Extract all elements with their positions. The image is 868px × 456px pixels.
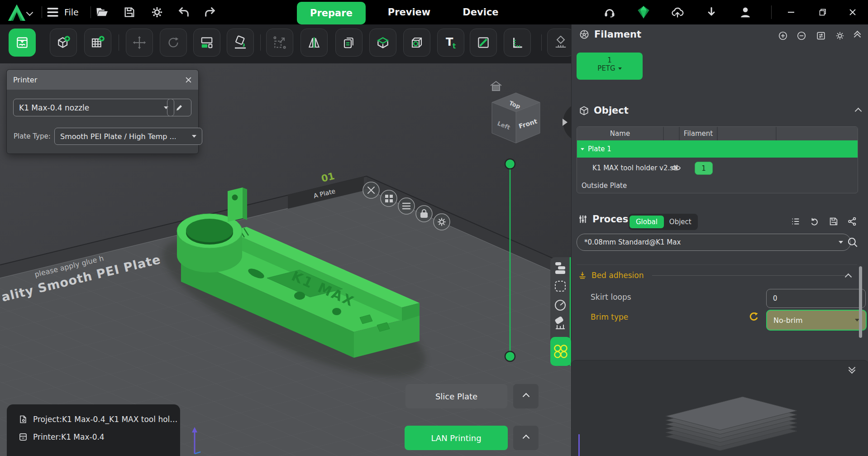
add-filament-icon[interactable]	[778, 31, 788, 41]
column-header-extra2[interactable]	[777, 127, 858, 140]
text-tool-icon: T t	[443, 35, 458, 50]
window-restore-button[interactable]	[814, 0, 832, 24]
plate-type-label: Plate Type:	[14, 132, 51, 140]
share-profile-icon[interactable]	[847, 216, 858, 226]
parameters-scrollbar[interactable]	[859, 266, 862, 338]
rotate-tool-button[interactable]	[160, 29, 187, 57]
plate-list-button[interactable]	[398, 198, 415, 214]
window-close-button[interactable]	[844, 0, 862, 24]
save-icon[interactable]	[123, 6, 136, 19]
plate-type-dropdown[interactable]: Smooth PEI Plate / High Temp ...	[54, 128, 202, 145]
file-menu[interactable]: File	[47, 0, 79, 24]
search-parameters-icon[interactable]	[847, 236, 858, 248]
support-tool-button[interactable]	[547, 29, 574, 57]
sync-filament-icon[interactable]	[816, 31, 826, 41]
lay-on-face-button[interactable]	[227, 29, 254, 57]
brim-type-dropdown[interactable]: No-brim	[766, 310, 867, 331]
download-icon[interactable]	[706, 6, 717, 19]
plate-settings-button[interactable]	[434, 214, 450, 230]
close-icon[interactable]	[185, 77, 192, 83]
model-filament-badge[interactable]: 1	[695, 162, 713, 175]
printer-plate-icon	[15, 36, 29, 49]
column-header-name[interactable]: Name	[577, 127, 664, 140]
brim-reset-icon[interactable]	[748, 311, 760, 322]
window-minimize-button[interactable]	[782, 0, 800, 24]
skirt-loops-input[interactable]: 0	[766, 289, 866, 308]
nav-cube[interactable]: Top Left Front	[492, 93, 540, 143]
column-header-filament[interactable]: Filament	[680, 127, 718, 140]
slice-options-button[interactable]	[513, 384, 539, 408]
logo-dropdown-chevron-icon[interactable]	[26, 9, 33, 16]
lan-printing-button[interactable]: LAN Printing	[405, 426, 508, 450]
filament-settings-gear-icon[interactable]	[835, 31, 845, 41]
print-options-button[interactable]	[513, 426, 539, 450]
edit-printer-button[interactable]	[167, 99, 191, 116]
column-header-visibility[interactable]	[664, 127, 680, 140]
user-account-icon[interactable]	[739, 5, 752, 19]
add-model-button[interactable]	[50, 29, 77, 57]
row-outside-plate-label: Outside Plate	[582, 182, 627, 190]
measure-tool-button[interactable]	[504, 29, 531, 57]
slice-plate-button[interactable]: Slice Plate	[405, 384, 507, 408]
printer-select-dropdown[interactable]: K1 Max-0.4 nozzle	[13, 99, 174, 116]
undo-icon[interactable]	[177, 6, 190, 18]
process-profile-dropdown[interactable]: *0.08mm Standard@K1 Max	[577, 234, 851, 251]
redo-icon[interactable]	[204, 6, 216, 18]
tab-device[interactable]: Device	[457, 0, 504, 24]
settings-gear-icon[interactable]	[151, 6, 163, 19]
tab-prepare-label: Prepare	[310, 8, 353, 19]
chevron-down-icon	[618, 67, 622, 70]
scope-global-label: Global	[636, 218, 658, 226]
parameter-list-icon[interactable]	[791, 216, 801, 226]
filament-slot-1[interactable]: 1 PETG	[577, 53, 643, 80]
preview-collapse-button[interactable]	[849, 365, 854, 373]
slider-handle-bottom[interactable]	[505, 351, 515, 361]
save-profile-icon[interactable]	[829, 216, 839, 226]
assembly-view-button[interactable]	[550, 337, 571, 366]
plate-stack-thumbnail[interactable]	[634, 378, 824, 456]
plate-type-value: Smooth PEI Plate / High Temp ...	[60, 132, 176, 141]
scope-tab-global[interactable]: Global	[630, 216, 664, 228]
support-headset-icon[interactable]	[603, 6, 616, 19]
scope-object-label: Object	[669, 218, 692, 226]
scale-tool-button[interactable]	[266, 29, 293, 57]
column-header-extra[interactable]	[718, 127, 777, 140]
table-row-model[interactable]: K1 MAX tool holder v2.stl 1	[577, 158, 858, 178]
filament-collapse-button[interactable]	[855, 32, 860, 39]
split-tool-button[interactable]	[369, 29, 396, 57]
printer-panel-header[interactable]: Printer	[7, 70, 198, 90]
lan-printing-label: LAN Printing	[431, 433, 481, 443]
boolean-tool-button[interactable]	[403, 29, 430, 57]
group-rule	[652, 275, 848, 276]
reset-profile-icon[interactable]	[810, 216, 820, 226]
visibility-eye-icon[interactable]	[671, 164, 681, 172]
model-library-gem-icon[interactable]	[637, 5, 650, 19]
printer-setup-button[interactable]	[9, 29, 36, 57]
creality-logo-icon[interactable]	[6, 3, 27, 22]
add-plate-button[interactable]	[84, 29, 111, 57]
remove-filament-icon[interactable]	[796, 31, 806, 41]
mirror-tool-button[interactable]	[300, 29, 328, 57]
scope-tab-object[interactable]: Object	[664, 216, 697, 228]
clone-tool-button[interactable]	[335, 29, 362, 57]
seam-painting-button[interactable]	[470, 29, 497, 57]
text-tool-button[interactable]: T t	[437, 29, 464, 57]
object-collapse-button[interactable]	[855, 108, 862, 115]
plate-close-button[interactable]	[363, 182, 379, 198]
cloud-upload-icon[interactable]	[671, 6, 684, 19]
plate-arrange-button[interactable]	[381, 190, 397, 206]
boolean-cube-icon	[410, 36, 424, 49]
plate-lock-button[interactable]	[416, 206, 432, 222]
table-row-outside-plate[interactable]: Outside Plate	[577, 178, 858, 193]
add-plate-icon	[91, 35, 105, 50]
move-tool-button[interactable]	[126, 29, 153, 57]
tab-preview[interactable]: Preview	[384, 0, 434, 24]
brim-type-label: Brim type	[591, 312, 628, 322]
auto-arrange-button[interactable]	[193, 29, 220, 57]
bed-adhesion-header[interactable]: Bed adhesion	[578, 271, 848, 280]
table-row-plate1[interactable]: Plate 1	[577, 140, 858, 158]
tab-prepare[interactable]: Prepare	[297, 2, 366, 24]
slider-handle-top[interactable]	[505, 159, 515, 169]
open-project-icon[interactable]	[95, 6, 109, 19]
printer-select-value: K1 Max-0.4 nozzle	[19, 103, 89, 112]
